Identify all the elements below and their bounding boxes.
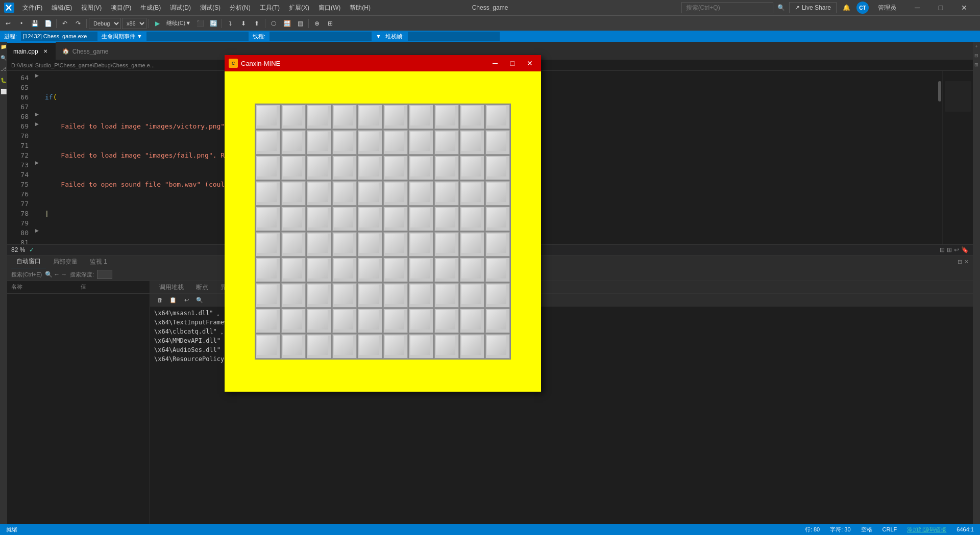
chess-cell[interactable] — [256, 207, 280, 231]
menu-tools[interactable]: 工具(T) — [256, 2, 284, 14]
debug-config-dropdown[interactable]: Debug — [89, 18, 121, 29]
maximize-button[interactable]: □ — [929, 0, 952, 15]
menu-edit[interactable]: 编辑(E) — [47, 2, 76, 14]
process-input[interactable] — [21, 32, 97, 41]
chess-cell[interactable] — [434, 181, 459, 206]
chess-cell[interactable] — [460, 258, 484, 282]
restart-button[interactable]: 🔄 — [207, 18, 219, 29]
tab-chess-game[interactable]: 🏠 Chess_game — [56, 42, 115, 60]
chess-cell[interactable] — [281, 258, 306, 282]
chess-cell[interactable] — [383, 181, 408, 206]
chess-cell[interactable] — [485, 334, 510, 359]
right-icon-2[interactable]: ⊟ — [973, 53, 980, 60]
notifications-icon[interactable]: 🔔 — [841, 4, 852, 11]
chess-cell[interactable] — [307, 207, 331, 231]
chess-cell[interactable] — [383, 207, 408, 231]
output-wrap-btn[interactable]: ↩ — [181, 295, 192, 305]
stack-input[interactable] — [408, 32, 500, 41]
chess-cell[interactable] — [332, 334, 357, 359]
platform-dropdown[interactable]: x86 — [122, 18, 146, 29]
chess-cell[interactable] — [281, 334, 306, 359]
chess-cell[interactable] — [460, 105, 484, 129]
git-branch-status[interactable]: 就绪 — [4, 526, 19, 533]
chess-cell[interactable] — [383, 156, 408, 180]
chess-cell[interactable] — [485, 283, 510, 308]
extensions-icon[interactable]: ⬜ — [0, 89, 7, 96]
chess-cell[interactable] — [332, 309, 357, 333]
right-icon-3[interactable]: ⊞ — [973, 62, 980, 69]
stop-button[interactable]: ⬛ — [194, 18, 206, 29]
chess-cell[interactable] — [434, 309, 459, 333]
search-depth-input[interactable] — [97, 270, 112, 279]
chess-cell[interactable] — [460, 207, 484, 231]
chess-cell[interactable] — [485, 232, 510, 257]
chess-cell[interactable] — [358, 130, 382, 155]
chess-cell[interactable] — [409, 232, 433, 257]
menu-project[interactable]: 项目(P) — [107, 2, 135, 14]
chess-cell[interactable] — [460, 232, 484, 257]
chess-cell[interactable] — [256, 334, 280, 359]
output-copy-btn[interactable]: 📋 — [167, 295, 179, 305]
toolbar-extra1[interactable]: ⊕ — [311, 18, 323, 29]
chess-cell[interactable] — [460, 130, 484, 155]
chess-cell[interactable] — [434, 130, 459, 155]
chess-cell[interactable] — [434, 258, 459, 282]
chess-cell[interactable] — [358, 334, 382, 359]
debug-console[interactable]: ▤ — [294, 18, 306, 29]
tab-local-vars[interactable]: 局部变量 — [48, 256, 83, 268]
step-into[interactable]: ⬇ — [237, 18, 250, 29]
chess-cell[interactable] — [460, 283, 484, 308]
chess-cell[interactable] — [434, 207, 459, 231]
toolbar-save-all[interactable]: 📄 — [42, 18, 54, 29]
toolbar-extra2[interactable]: ⊞ — [324, 18, 336, 29]
chess-cell[interactable] — [383, 309, 408, 333]
step-out[interactable]: ⬆ — [251, 18, 263, 29]
chess-cell[interactable] — [409, 283, 433, 308]
chess-cell[interactable] — [460, 181, 484, 206]
chess-cell[interactable] — [383, 105, 408, 129]
chess-cell[interactable] — [434, 156, 459, 180]
chess-cell[interactable] — [307, 232, 331, 257]
search-icon-auto[interactable]: 🔍 — [45, 271, 53, 278]
global-search-input[interactable] — [681, 2, 773, 13]
chess-cell[interactable] — [460, 156, 484, 180]
chess-cell[interactable] — [281, 207, 306, 231]
chess-cell[interactable] — [460, 309, 484, 333]
menu-view[interactable]: 视图(V) — [77, 2, 106, 14]
chess-cell[interactable] — [485, 105, 510, 129]
output-find-btn[interactable]: 🔍 — [194, 295, 205, 305]
chess-cell[interactable] — [256, 283, 280, 308]
chess-cell[interactable] — [383, 283, 408, 308]
chess-cell[interactable] — [256, 181, 280, 206]
chess-cell[interactable] — [358, 283, 382, 308]
chess-cell[interactable] — [409, 130, 433, 155]
chess-cell[interactable] — [358, 309, 382, 333]
chess-cell[interactable] — [281, 181, 306, 206]
output-clear-btn[interactable]: 🗑 — [154, 295, 165, 305]
chess-cell[interactable] — [434, 283, 459, 308]
game-minimize-button[interactable]: ─ — [488, 58, 502, 69]
chess-cell[interactable] — [358, 105, 382, 129]
chess-cell[interactable] — [307, 309, 331, 333]
chess-cell[interactable] — [485, 156, 510, 180]
menu-analyze[interactable]: 分析(N) — [226, 2, 255, 14]
fold-69[interactable]: ▶ — [35, 121, 39, 131]
char-status[interactable]: 字符: 30 — [828, 526, 852, 533]
chess-cell[interactable] — [434, 334, 459, 359]
chess-cell[interactable] — [332, 181, 357, 206]
tab-main-cpp[interactable]: main.cpp ✕ — [7, 42, 56, 60]
toolbar-new[interactable]: ↩ — [2, 18, 14, 29]
chess-cell[interactable] — [485, 258, 510, 282]
chess-cell[interactable] — [409, 105, 433, 129]
tab-main-cpp-close[interactable]: ✕ — [41, 47, 50, 56]
continue-button[interactable]: ▶ — [151, 18, 163, 29]
chess-cell[interactable] — [409, 258, 433, 282]
chess-cell[interactable] — [256, 105, 280, 129]
breakpoints-btn[interactable]: ⬡ — [267, 18, 280, 29]
user-avatar[interactable]: CT — [856, 2, 869, 14]
menu-debug[interactable]: 调试(D) — [166, 2, 195, 14]
chess-cell[interactable] — [409, 156, 433, 180]
game-close-button[interactable]: ✕ — [523, 58, 537, 69]
menu-test[interactable]: 测试(S) — [196, 2, 225, 14]
chess-cell[interactable] — [383, 334, 408, 359]
